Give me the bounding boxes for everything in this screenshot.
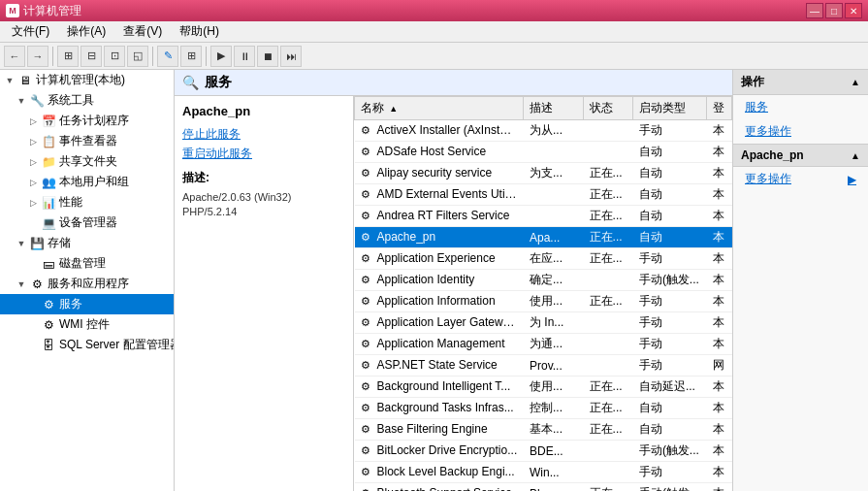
minimize-button[interactable]: — [806,3,823,18]
toolbar-btn-7[interactable]: ✎ [157,46,178,67]
table-row[interactable]: ⚙AMD External Events Utility正在...自动本 [355,184,732,206]
play-button[interactable]: ▶ [210,46,232,67]
menu-action[interactable]: 操作(A) [59,21,113,42]
table-row[interactable]: ⚙Bluetooth Support ServiceBlue...正在...手动… [355,483,732,492]
sidebar-task-scheduler[interactable]: ▷ 📅 任务计划程序 [0,111,174,131]
restart-button[interactable]: ⏭ [280,46,302,67]
table-row[interactable]: ⚙ActiveX Installer (AxInstSV)为从...手动本 [355,120,732,142]
table-row[interactable]: ⚙BitLocker Drive Encryptio...BDE...手动(触发… [355,441,732,462]
service-desc: 使用... [524,291,584,312]
maximize-button[interactable]: □ [825,3,843,18]
expand-icon: ▷ [27,136,39,147]
sidebar-performance[interactable]: ▷ 📊 性能 [0,192,174,213]
sidebar-local-users[interactable]: ▷ 👥 本地用户和组 [0,172,174,192]
stop-service-link[interactable]: 停止此服务 [182,126,345,143]
actions-item-services[interactable]: 服务 [733,95,868,119]
sidebar-system-tools[interactable]: ▼ 🔧 系统工具 [0,90,174,111]
expand-icon: ▼ [16,278,27,290]
pause-button[interactable]: ⏸ [234,46,255,67]
service-icon: ⚙ [361,274,374,287]
title-bar: M 计算机管理 — □ ✕ [0,0,868,21]
wmi-icon: ⚙ [41,317,56,333]
col-status[interactable]: 状态 [584,97,633,120]
service-icon: ⚙ [361,487,374,491]
sidebar-event-viewer[interactable]: ▷ 📋 事件查看器 [0,131,174,151]
menu-file[interactable]: 文件(F) [4,21,57,42]
service-desc: 为支... [524,163,584,184]
table-row[interactable]: ⚙Apache_pnApa...正在...自动本 [355,227,732,248]
service-login: 本 [707,270,732,291]
table-row[interactable]: ⚙ADSafe Host Service自动本 [355,142,732,163]
table-row[interactable]: ⚙ASP.NET State ServiceProv...手动网 [355,355,732,376]
toolbar-btn-4[interactable]: ⊟ [80,46,102,67]
service-login: 本 [707,462,732,483]
sidebar-wmi[interactable]: ⚙ WMI 控件 [0,314,174,335]
toolbar-btn-6[interactable]: ◱ [127,46,148,67]
service-name: AMD External Events Utility [377,187,520,201]
table-row[interactable]: ⚙Andrea RT Filters Service正在...自动本 [355,206,732,227]
sidebar-services[interactable]: ⚙ 服务 [0,294,174,314]
toolbar-btn-8[interactable]: ⊞ [180,46,202,67]
service-login: 本 [707,483,732,492]
stop-button[interactable]: ⏹ [257,46,278,67]
sql-icon: 🗄 [41,338,56,353]
service-startup: 自动延迟... [633,376,707,398]
col-startup[interactable]: 启动类型 [633,97,707,120]
sidebar-services-apps[interactable]: ▼ ⚙ 服务和应用程序 [0,274,174,294]
close-button[interactable]: ✕ [845,3,862,18]
table-row[interactable]: ⚙Application Management为通...手动本 [355,334,732,355]
table-row[interactable]: ⚙Block Level Backup Engi...Win...手动本 [355,462,732,483]
panel-title: 服务 [205,74,232,91]
service-startup: 自动 [633,163,707,184]
col-name[interactable]: 名称 ▲ [355,97,524,120]
service-login: 本 [707,142,732,163]
actions-item-more[interactable]: 更多操作 [733,119,868,144]
toolbar-btn-5[interactable]: ⊡ [104,46,125,67]
service-name: Application Information [377,294,496,308]
sidebar-disk-management[interactable]: 🖴 磁盘管理 [0,253,174,274]
table-row[interactable]: ⚙Application Experience在应...正在...手动本 [355,248,732,270]
table-row[interactable]: ⚙Application Information使用...正在...手动本 [355,291,732,312]
service-icon: ⚙ [361,124,374,138]
col-login[interactable]: 登 [707,97,732,120]
restart-service-link[interactable]: 重启动此服务 [182,146,345,162]
service-status [584,462,633,483]
calendar-icon: 📅 [41,114,56,129]
table-row[interactable]: ⚙Alipay security service为支...正在...自动本 [355,163,732,184]
chevron-down-icon-2: ▲ [851,150,860,161]
service-desc [524,206,584,227]
service-icon: ⚙ [361,338,374,351]
services-table-area[interactable]: 名称 ▲ 描述 状态 启动类型 登 ⚙ActiveX Installer (Ax… [354,96,732,491]
service-status [584,334,633,355]
service-name: ActiveX Installer (AxInstSV) [377,123,520,137]
table-row[interactable]: ⚙Application Layer Gatewa...为 In...手动本 [355,312,732,334]
menu-help[interactable]: 帮助(H) [172,21,227,42]
forward-button[interactable]: → [27,46,48,67]
table-row[interactable]: ⚙Background Intelligent T...使用...正在...自动… [355,376,732,398]
sidebar-device-manager[interactable]: 💻 设备管理器 [0,213,174,233]
sidebar-item-label: 设备管理器 [59,214,117,231]
sidebar-root[interactable]: ▼ 🖥 计算机管理(本地) [0,70,174,90]
menu-view[interactable]: 查看(V) [115,21,170,42]
table-row[interactable]: ⚙Application Identity确定...手动(触发...本 [355,270,732,291]
service-status: 正在... [584,291,633,312]
table-row[interactable]: ⚙Base Filtering Engine基本...正在...自动本 [355,419,732,441]
actions-item-more-2[interactable]: 更多操作 ▶ [733,167,868,191]
expand-icon: ▼ [4,75,16,86]
sidebar-sql-config[interactable]: 🗄 SQL Server 配置管理器 [0,335,174,355]
service-login: 本 [707,163,732,184]
service-login: 本 [707,376,732,398]
service-status [584,355,633,376]
sidebar-storage[interactable]: ▼ 💾 存储 [0,233,174,253]
sidebar-item-label: 性能 [59,194,82,211]
sidebar-shared-folders[interactable]: ▷ 📁 共享文件夹 [0,151,174,172]
table-row[interactable]: ⚙Background Tasks Infras...控制...正在...自动本 [355,398,732,419]
actions-title-2: Apache_pn ▲ [733,144,868,167]
sidebar-root-label: 计算机管理(本地) [36,72,125,88]
service-status: 正在... [584,163,633,184]
toolbar-btn-3[interactable]: ⊞ [57,46,79,67]
back-button[interactable]: ← [4,46,25,67]
col-desc[interactable]: 描述 [524,97,584,120]
service-login: 本 [707,248,732,270]
toolbar-separator-3 [206,47,207,66]
